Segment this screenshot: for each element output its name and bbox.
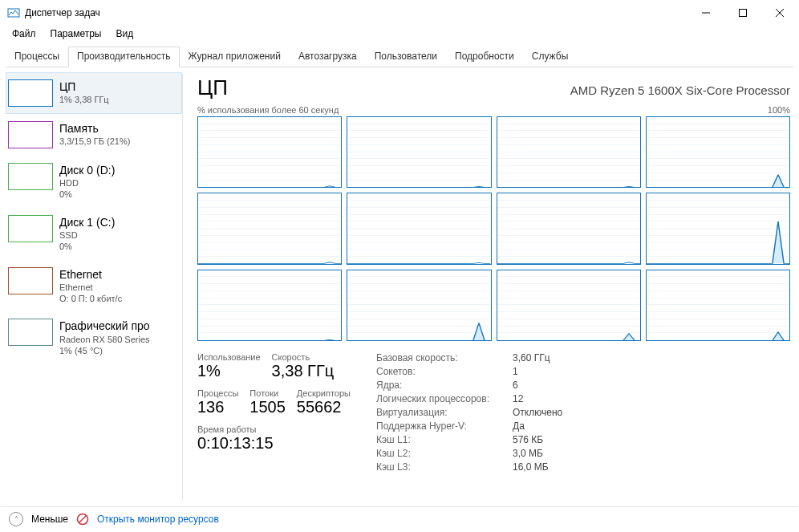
util-value: 1% — [197, 362, 261, 380]
sidebar-item-cpu[interactable]: ЦП 1% 3,38 ГГц — [6, 72, 182, 114]
tab-startup[interactable]: Автозагрузка — [290, 47, 366, 67]
tab-processes[interactable]: Процессы — [6, 47, 68, 67]
menubar: Файл Параметры Вид — [1, 25, 798, 43]
sidebar-item-sub: Ethernet — [59, 282, 122, 293]
disk-thumb-icon — [8, 215, 53, 242]
kv-value: 3,0 МБ — [513, 448, 562, 459]
menu-options[interactable]: Параметры — [44, 26, 108, 41]
cpu-core-grid[interactable] — [197, 116, 790, 341]
sidebar-item-sub2: 0% — [59, 189, 115, 200]
cpu-core-chart — [646, 116, 790, 188]
menu-file[interactable]: Файл — [6, 26, 43, 41]
page-title: ЦП — [197, 75, 228, 100]
kv-key: Логических процессоров: — [376, 393, 513, 404]
kv-value: 6 — [513, 380, 562, 391]
threads-label: Потоки — [249, 388, 286, 398]
chart-caption-left: % использования более 60 секунд — [197, 105, 339, 115]
chart-caption: % использования более 60 секунд 100% — [197, 105, 790, 115]
uptime-label: Время работы — [197, 424, 351, 434]
tab-details[interactable]: Подробности — [446, 47, 523, 67]
header: ЦП AMD Ryzen 5 1600X Six-Core Processor — [197, 75, 790, 100]
speed-label: Скорость — [272, 352, 335, 362]
open-resource-monitor-link[interactable]: Открыть монитор ресурсов — [97, 514, 219, 525]
sidebar-item-label: Графический про — [59, 319, 150, 333]
cpu-core-chart — [197, 116, 342, 188]
sidebar-item-sub: 1% 3,38 ГГц — [59, 94, 109, 105]
sidebar-item-memory[interactable]: Память 3,3/15,9 ГБ (21%) — [6, 114, 182, 156]
threads-value: 1505 — [249, 398, 286, 416]
kv-value: 576 КБ — [513, 434, 562, 445]
window-title: Диспетчер задач — [25, 7, 100, 18]
tab-services[interactable]: Службы — [523, 47, 577, 67]
cpu-core-chart — [497, 116, 641, 188]
close-button[interactable] — [761, 1, 798, 25]
tab-performance[interactable]: Производительность — [68, 47, 179, 67]
cpu-core-chart — [197, 270, 342, 341]
cpu-thumb-icon — [8, 79, 53, 107]
tab-app-history[interactable]: Журнал приложений — [180, 47, 290, 67]
kv-key: Сокетов: — [376, 366, 513, 377]
sidebar-item-disk1[interactable]: Диск 1 (C:) SSD 0% — [6, 208, 182, 260]
speed-value: 3,38 ГГц — [272, 362, 335, 380]
minimize-button[interactable] — [687, 1, 724, 25]
cpu-core-chart — [347, 116, 491, 188]
kv-key: Базовая скорость: — [376, 352, 513, 363]
gpu-thumb-icon — [8, 319, 53, 346]
maximize-button[interactable] — [724, 1, 761, 25]
sidebar-item-label: Диск 0 (D:) — [59, 163, 115, 177]
uptime-value: 0:10:13:15 — [197, 434, 351, 453]
cpu-core-chart — [497, 193, 641, 264]
processes-label: Процессы — [197, 388, 238, 398]
kv-value: 3,60 ГГц — [513, 352, 562, 363]
footer: ˄ Меньше Открыть монитор ресурсов — [1, 506, 798, 531]
kv-key: Кэш L1: — [376, 434, 513, 445]
app-icon — [7, 6, 20, 19]
sidebar-item-sub: 3,3/15,9 ГБ (21%) — [59, 136, 130, 147]
kv-key: Виртуализация: — [376, 407, 513, 418]
sidebar-item-label: Диск 1 (C:) — [59, 215, 115, 229]
sidebar-item-sub2: О: 0 П: 0 кбит/с — [59, 293, 122, 304]
chevron-up-icon[interactable]: ˄ — [9, 512, 23, 526]
sidebar-item-ethernet[interactable]: Ethernet Ethernet О: 0 П: 0 кбит/с — [6, 260, 182, 312]
svg-line-6 — [79, 516, 86, 523]
disk-thumb-icon — [8, 163, 53, 190]
task-manager-window: Диспетчер задач Файл Параметры Вид Проце… — [0, 0, 799, 532]
sidebar[interactable]: ЦП 1% 3,38 ГГц Память 3,3/15,9 ГБ (21%) … — [1, 67, 182, 506]
kv-value: 12 — [513, 393, 562, 404]
titlebar[interactable]: Диспетчер задач — [1, 1, 798, 25]
cpu-core-chart — [347, 270, 491, 341]
sidebar-item-gpu[interactable]: Графический про Radeon RX 580 Series 1% … — [6, 311, 182, 363]
sidebar-item-label: Ethernet — [59, 267, 122, 282]
sidebar-item-sub: Radeon RX 580 Series — [59, 334, 150, 345]
svg-rect-2 — [740, 10, 747, 17]
sidebar-item-disk0[interactable]: Диск 0 (D:) HDD 0% — [6, 156, 182, 208]
tab-users[interactable]: Пользователи — [366, 47, 446, 67]
cpu-details: Базовая скорость:3,60 ГГц Сокетов:1 Ядра… — [376, 352, 562, 473]
kv-key: Кэш L2: — [376, 448, 513, 459]
sidebar-item-label: ЦП — [59, 79, 109, 94]
kv-value: 16,0 МБ — [513, 461, 562, 473]
util-label: Использование — [197, 352, 261, 362]
sidebar-item-sub2: 1% (45 °C) — [59, 345, 150, 356]
cpu-core-chart — [197, 193, 342, 264]
kv-key: Поддержка Hyper-V: — [376, 420, 513, 432]
kv-key: Кэш L3: — [376, 461, 513, 473]
memory-thumb-icon — [8, 121, 53, 148]
content: ЦП 1% 3,38 ГГц Память 3,3/15,9 ГБ (21%) … — [1, 67, 798, 506]
sidebar-item-label: Память — [59, 121, 130, 136]
kv-key: Ядра: — [376, 380, 513, 391]
handles-label: Дескрипторы — [297, 388, 351, 398]
sidebar-item-sub2: 0% — [59, 241, 115, 252]
processes-value: 136 — [197, 398, 238, 416]
kv-value: Отключено — [513, 407, 562, 418]
fewer-details-link[interactable]: Меньше — [31, 514, 68, 525]
handles-value: 55662 — [297, 398, 351, 416]
resource-monitor-icon — [76, 513, 89, 526]
cpu-core-chart — [646, 270, 790, 341]
cpu-core-chart — [497, 270, 641, 341]
main-panel: ЦП AMD Ryzen 5 1600X Six-Core Processor … — [183, 67, 798, 506]
cpu-core-chart — [347, 193, 491, 264]
menu-view[interactable]: Вид — [109, 26, 140, 41]
cpu-model: AMD Ryzen 5 1600X Six-Core Processor — [228, 83, 790, 97]
kv-value: 1 — [513, 366, 562, 377]
